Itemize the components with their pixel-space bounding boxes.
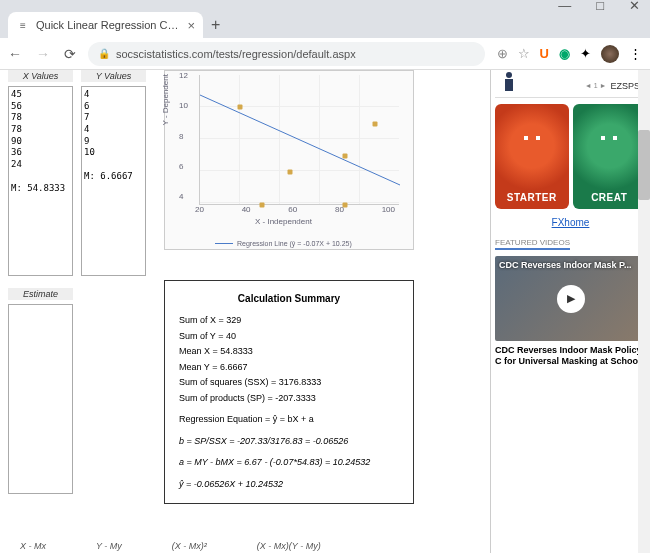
y-axis-ticks: 12 10 8 6 4 <box>179 71 188 201</box>
profile-avatar[interactable] <box>601 45 619 63</box>
regression-line <box>200 75 400 205</box>
scrollbar[interactable] <box>638 70 650 553</box>
calculation-summary: Calculation Summary Sum of X = 329 Sum o… <box>164 280 414 504</box>
data-point <box>238 105 243 110</box>
summary-meanx: Mean X = 54.8333 <box>179 345 399 359</box>
lock-icon: 🔒 <box>98 48 110 59</box>
summary-sp: Sum of products (SP) = -207.3333 <box>179 392 399 406</box>
page-content: X Values Estimate Y Values 12 10 8 6 4 Y… <box>0 70 650 553</box>
ad-sidebar: ◄ 1 ► EZSPS STARTER CREAT FXhome FEATURE… <box>490 70 650 553</box>
new-tab-button[interactable]: + <box>211 16 220 38</box>
address-bar[interactable]: 🔒 socscistatistics.com/tests/regression/… <box>88 42 485 66</box>
estimate-input[interactable] <box>8 304 73 494</box>
main-area: X Values Estimate Y Values 12 10 8 6 4 Y… <box>0 70 490 553</box>
window-titlebar: — □ ✕ <box>0 0 650 10</box>
svg-point-1 <box>506 72 512 78</box>
video-overlay-title: CDC Reverses Indoor Mask P... <box>499 260 642 270</box>
browser-tab[interactable]: ≡ Quick Linear Regression Calculat × <box>8 12 203 38</box>
tab-close-icon[interactable]: × <box>187 18 195 33</box>
maximize-button[interactable]: □ <box>596 0 604 13</box>
summary-ssx: Sum of squares (SSX) = 3176.8333 <box>179 376 399 390</box>
url-text: socscistatistics.com/tests/regression/de… <box>116 48 356 60</box>
x-axis-label: X - Independent <box>255 217 312 226</box>
mascot-creator: CREAT <box>573 104 647 209</box>
play-icon: ▶ <box>557 285 585 313</box>
featured-video[interactable]: CDC Reverses Indoor Mask P... ▶ <box>495 256 646 341</box>
extensions-icon[interactable]: ✦ <box>580 46 591 61</box>
search-icon[interactable]: ⊕ <box>497 46 508 61</box>
featured-videos-label: FEATURED VIDEOS <box>495 238 570 250</box>
y-axis-label: Y - Dependent <box>161 74 170 125</box>
x-values-label: X Values <box>8 70 73 82</box>
data-point <box>343 154 348 159</box>
summary-a: a = MY - bMX = 6.67 - (-0.07*54.83) = 10… <box>179 456 399 470</box>
fxhome-link[interactable]: FXhome <box>495 217 646 228</box>
svg-line-0 <box>200 95 400 185</box>
residual-headers: X - Mx Y - My (X - Mx)² (X - Mx)(Y - My) <box>20 541 321 551</box>
toolbar: ← → ⟳ 🔒 socscistatistics.com/tests/regre… <box>0 38 650 70</box>
browser-chrome: — □ ✕ ≡ Quick Linear Regression Calculat… <box>0 0 650 70</box>
y-values-input[interactable] <box>81 86 146 276</box>
star-icon[interactable]: ☆ <box>518 46 530 61</box>
menu-icon[interactable]: ⋮ <box>629 46 642 61</box>
close-button[interactable]: ✕ <box>629 0 640 13</box>
forward-button[interactable]: → <box>36 46 50 62</box>
chart-legend: Regression Line (ŷ = -0.07X + 10.25) <box>215 240 352 247</box>
svg-rect-2 <box>505 79 513 91</box>
legend-line-icon <box>215 243 233 244</box>
extension-g-icon[interactable]: ◉ <box>559 46 570 61</box>
minimize-button[interactable]: — <box>558 0 571 13</box>
regression-chart: 12 10 8 6 4 Y - Dependent 20 <box>164 70 414 250</box>
summary-sumx: Sum of X = 329 <box>179 314 399 328</box>
person-icon <box>499 70 519 94</box>
x-values-input[interactable] <box>8 86 73 276</box>
favicon-icon: ≡ <box>16 18 30 32</box>
tab-strip: ≡ Quick Linear Regression Calculat × + <box>0 10 650 38</box>
data-point <box>288 170 293 175</box>
summary-sumy: Sum of Y = 40 <box>179 330 399 344</box>
video-caption: CDC Reverses Indoor Mask Policy, C for U… <box>495 345 646 367</box>
data-point <box>373 122 378 127</box>
summary-meany: Mean Y = 6.6667 <box>179 361 399 375</box>
estimate-label: Estimate <box>8 288 73 300</box>
summary-b: b = SP/SSX = -207.33/3176.83 = -0.06526 <box>179 435 399 449</box>
ezsps-label: EZSPS <box>610 81 640 91</box>
summary-title: Calculation Summary <box>179 291 399 306</box>
ad-indicator: ◄ 1 ► <box>585 82 607 89</box>
summary-final: ŷ = -0.06526X + 10.24532 <box>179 478 399 492</box>
extension-u-icon[interactable]: U <box>540 46 549 61</box>
plot-area <box>199 75 399 205</box>
scrollbar-thumb[interactable] <box>638 130 650 200</box>
mascot-starter: STARTER <box>495 104 569 209</box>
ad-header: ◄ 1 ► EZSPS <box>495 74 646 98</box>
tab-title: Quick Linear Regression Calculat <box>36 19 181 31</box>
ad-banner[interactable]: STARTER CREAT <box>495 104 646 209</box>
back-button[interactable]: ← <box>8 46 22 62</box>
summary-eq: Regression Equation = ŷ = bX + a <box>179 413 399 427</box>
x-axis-ticks: 20 40 60 80 100 <box>195 205 395 214</box>
y-values-label: Y Values <box>81 70 146 82</box>
reload-button[interactable]: ⟳ <box>64 46 76 62</box>
